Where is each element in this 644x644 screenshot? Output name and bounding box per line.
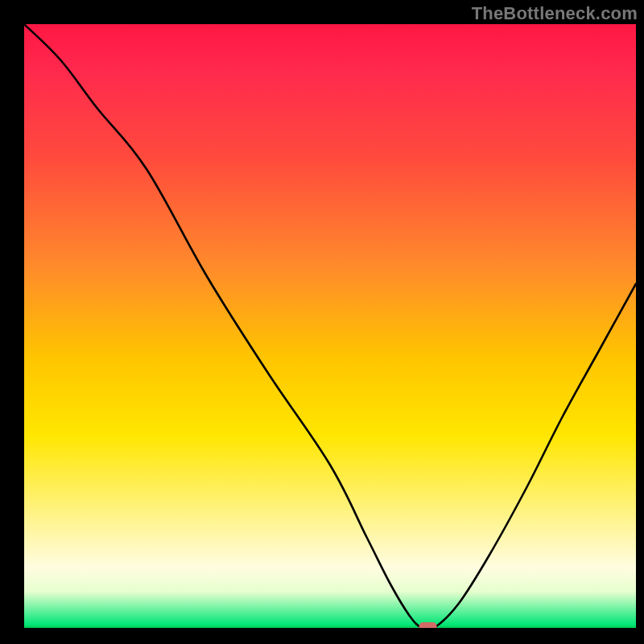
chart-svg [24,24,636,628]
chart-frame: TheBottleneck.com [0,0,644,644]
bottleneck-curve [24,24,636,628]
optimal-marker [419,622,437,628]
plot-area [24,24,636,628]
watermark-label: TheBottleneck.com [472,3,638,24]
